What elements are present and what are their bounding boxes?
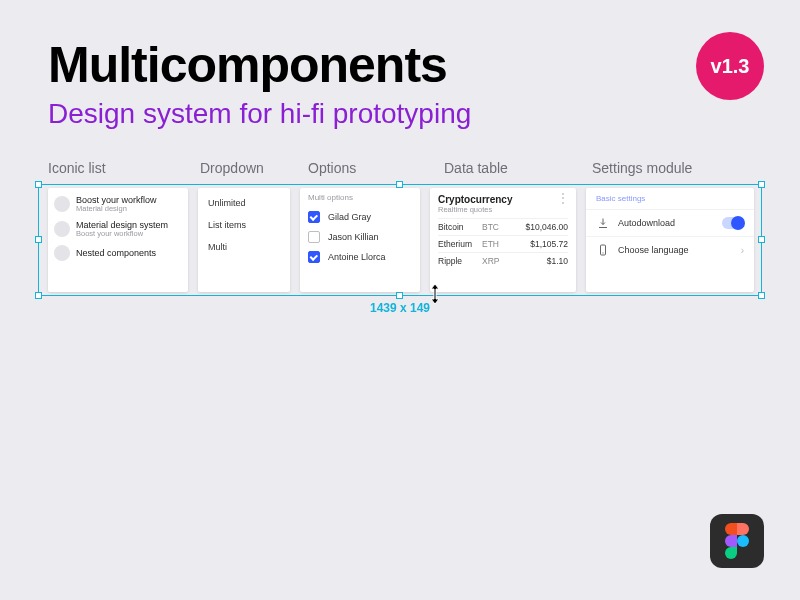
section-label-iconic-list: Iconic list <box>48 160 200 176</box>
resize-handle-middle-bottom[interactable] <box>396 292 403 299</box>
resize-handle-middle-top[interactable] <box>396 181 403 188</box>
resize-handle-middle-right[interactable] <box>758 236 765 243</box>
resize-handle-top-left[interactable] <box>35 181 42 188</box>
page-title: Multicomponents <box>48 36 447 94</box>
section-label-data-table: Data table <box>444 160 592 176</box>
selection-frame[interactable]: 1439 x 149 <box>38 184 762 296</box>
section-labels: Iconic list Dropdown Options Data table … <box>48 160 760 176</box>
resize-handle-middle-left[interactable] <box>35 236 42 243</box>
section-label-settings-module: Settings module <box>592 160 760 176</box>
resize-handle-bottom-left[interactable] <box>35 292 42 299</box>
page-subtitle: Design system for hi-fi prototyping <box>48 98 471 130</box>
selection-dimensions: 1439 x 149 <box>370 301 430 315</box>
resize-cursor-icon <box>428 283 442 305</box>
figma-logo-icon <box>710 514 764 568</box>
version-badge: v1.3 <box>696 32 764 100</box>
svg-point-2 <box>737 535 749 547</box>
section-label-dropdown: Dropdown <box>200 160 308 176</box>
section-label-options: Options <box>308 160 444 176</box>
resize-handle-top-right[interactable] <box>758 181 765 188</box>
resize-handle-bottom-right[interactable] <box>758 292 765 299</box>
